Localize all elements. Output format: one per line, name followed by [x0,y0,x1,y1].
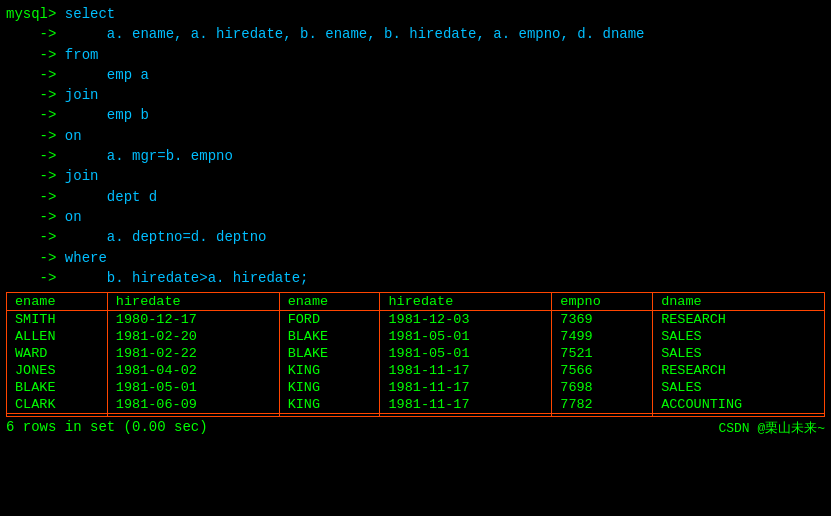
code-13: b. hiredate>a. hiredate; [56,268,308,288]
code-8: join [56,166,98,186]
branding: CSDN @栗山未来~ [718,419,825,437]
code-9: dept d [56,187,157,207]
row-count: 6 rows in set (0.00 sec) [6,419,208,437]
result-table: enamehiredateenamehiredateempnodname SMI… [6,292,825,417]
query-line-0: mysql> select [6,4,825,24]
code-11: a. deptno=d. deptno [56,227,266,247]
cell-1-3: 1981-05-01 [380,328,552,345]
footer-col-2 [279,414,380,417]
table-row: WARD1981-02-22BLAKE1981-05-017521SALES [7,345,825,362]
cell-5-3: 1981-11-17 [380,396,552,414]
cell-0-4: 7369 [552,311,653,329]
code-2: from [56,45,98,65]
cell-5-0: CLARK [7,396,108,414]
cell-5-1: 1981-06-09 [107,396,279,414]
table-row: CLARK1981-06-09KING1981-11-177782ACCOUNT… [7,396,825,414]
cell-3-2: KING [279,362,380,379]
table-row: ALLEN1981-02-20BLAKE1981-05-017499SALES [7,328,825,345]
table-section: enamehiredateenamehiredateempnodname SMI… [6,292,825,417]
query-line-9: -> dept d [6,187,825,207]
cell-1-1: 1981-02-20 [107,328,279,345]
prompt-11: -> [6,227,56,247]
cell-4-0: BLAKE [7,379,108,396]
cell-0-2: FORD [279,311,380,329]
prompt-2: -> [6,45,56,65]
cell-3-1: 1981-04-02 [107,362,279,379]
cell-0-0: SMITH [7,311,108,329]
query-line-8: -> join [6,166,825,186]
query-line-7: -> a. mgr=b. empno [6,146,825,166]
cell-0-3: 1981-12-03 [380,311,552,329]
cell-1-0: ALLEN [7,328,108,345]
code-10: on [56,207,81,227]
query-line-3: -> emp a [6,65,825,85]
footer-col-1 [107,414,279,417]
code-5: emp b [56,105,148,125]
prompt-6: -> [6,126,56,146]
cell-2-3: 1981-05-01 [380,345,552,362]
footer-line: 6 rows in set (0.00 sec) CSDN @栗山未来~ [6,419,825,437]
cell-4-5: SALES [653,379,825,396]
query-section: mysql> select -> a. ename, a. hiredate, … [6,4,825,288]
cell-3-0: JONES [7,362,108,379]
query-line-13: -> b. hiredate>a. hiredate; [6,268,825,288]
col-header-4: empno [552,293,653,311]
prompt-3: -> [6,65,56,85]
table-row: JONES1981-04-02KING1981-11-177566RESEARC… [7,362,825,379]
query-line-12: -> where [6,248,825,268]
cell-2-1: 1981-02-22 [107,345,279,362]
query-line-2: -> from [6,45,825,65]
cell-4-1: 1981-05-01 [107,379,279,396]
cell-2-5: SALES [653,345,825,362]
prompt-5: -> [6,105,56,125]
cell-1-4: 7499 [552,328,653,345]
footer-col-3 [380,414,552,417]
prompt-4: -> [6,85,56,105]
prompt-12: -> [6,248,56,268]
query-line-6: -> on [6,126,825,146]
col-header-1: hiredate [107,293,279,311]
cell-5-4: 7782 [552,396,653,414]
code-6: on [56,126,81,146]
table-body: SMITH1980-12-17FORD1981-12-037369RESEARC… [7,311,825,414]
query-line-11: -> a. deptno=d. deptno [6,227,825,247]
cell-4-3: 1981-11-17 [380,379,552,396]
prompt-10: -> [6,207,56,227]
prompt-9: -> [6,187,56,207]
footer-col-0 [7,414,108,417]
col-header-0: ename [7,293,108,311]
table-footer-border [7,414,825,417]
cell-3-3: 1981-11-17 [380,362,552,379]
code-1: a. ename, a. hiredate, b. ename, b. hire… [56,24,644,44]
cell-5-2: KING [279,396,380,414]
prompt-1: -> [6,24,56,44]
cell-4-4: 7698 [552,379,653,396]
footer-col-5 [653,414,825,417]
code-4: join [56,85,98,105]
code-12: where [56,248,106,268]
cell-3-4: 7566 [552,362,653,379]
cell-2-2: BLAKE [279,345,380,362]
query-line-1: -> a. ename, a. hiredate, b. ename, b. h… [6,24,825,44]
cell-2-4: 7521 [552,345,653,362]
cell-0-1: 1980-12-17 [107,311,279,329]
header-row: enamehiredateenamehiredateempnodname [7,293,825,311]
col-header-3: hiredate [380,293,552,311]
terminal: mysql> select -> a. ename, a. hiredate, … [0,0,831,516]
code-3: emp a [56,65,148,85]
cell-2-0: WARD [7,345,108,362]
prompt-0: mysql> [6,4,56,24]
cell-1-5: SALES [653,328,825,345]
table-row: SMITH1980-12-17FORD1981-12-037369RESEARC… [7,311,825,329]
cell-3-5: RESEARCH [653,362,825,379]
col-header-2: ename [279,293,380,311]
prompt-7: -> [6,146,56,166]
query-line-10: -> on [6,207,825,227]
cell-0-5: RESEARCH [653,311,825,329]
cell-1-2: BLAKE [279,328,380,345]
code-0: select [56,4,115,24]
footer-col-4 [552,414,653,417]
footer-border-row [7,414,825,417]
table-header: enamehiredateenamehiredateempnodname [7,293,825,311]
col-header-5: dname [653,293,825,311]
